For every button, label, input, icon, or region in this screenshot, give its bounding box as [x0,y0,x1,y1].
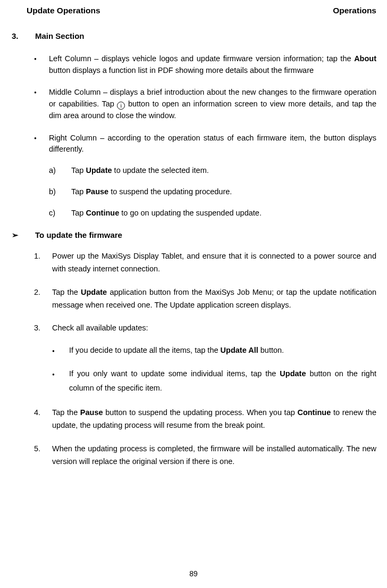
update-bold: Update [86,166,112,175]
text: Tap the [52,408,80,417]
sub-bullet-update-all: If you decide to update all the items, t… [52,343,376,358]
section-number: 3. [12,30,35,43]
text: Tap the [52,288,81,296]
text: If you only want to update some individu… [69,369,280,378]
steps-list: 1. Power up the MaxiSys Display Tablet, … [34,250,376,468]
bullet-left-column: Left Column – displays vehicle logos and… [34,53,376,77]
text: to go on updating the suspended update. [119,209,262,217]
step-3: 3. Check all available updates: If you d… [34,322,376,396]
text: button to suspend the updating process. … [103,408,298,417]
update-all-bold: Update All [221,346,258,354]
text: to update the selected item. [112,166,209,175]
pause-bold: Pause [80,408,103,417]
text: button. [258,346,284,354]
page-number: 89 [0,568,387,579]
header-left: Update Operations [27,4,100,16]
text: When the updating process is completed, … [52,444,376,466]
text: Left Column – displays vehicle logos and… [49,54,354,63]
text: to suspend the updating procedure. [108,187,232,196]
label: c) [49,208,55,219]
step-number: 1. [34,250,40,263]
text: Power up the MaxiSys Display Tablet, and… [52,252,376,273]
bullet-middle-column: Middle Column – displays a brief introdu… [34,87,376,121]
sub-item-a: a) Tap Update to update the selected ite… [49,165,376,177]
bullet-right-column: Right Column – according to the operatio… [34,132,376,219]
info-icon: i [117,102,125,110]
text: Tap [71,209,86,217]
text: Tap [71,187,86,196]
section-heading: 3. Main Section [12,30,376,43]
text: Right Column – according to the operatio… [49,134,376,154]
pause-bold: Pause [86,187,108,196]
sub-item-c: c) Tap Continue to go on updating the su… [49,208,376,219]
step-number: 5. [34,443,40,456]
sub-bullet-update-individual: If you only want to update some individu… [52,367,376,396]
label: a) [49,165,56,177]
update-bold: Update [280,369,306,378]
step-4: 4. Tap the Pause button to suspend the u… [34,407,376,432]
text: Check all available updates: [52,324,148,332]
continue-bold: Continue [86,209,119,217]
text: button displays a function list in PDF s… [49,66,314,74]
continue-bold: Continue [297,408,331,417]
step-1: 1. Power up the MaxiSys Display Tablet, … [34,250,376,276]
about-bold: About [354,54,376,63]
step-number: 2. [34,286,40,299]
section-title: Main Section [35,30,85,43]
text: Tap [71,166,86,175]
header-right: Operations [333,4,376,16]
step-2: 2. Tap the Update application button fro… [34,286,376,312]
step-5: 5. When the updating process is complete… [34,443,376,468]
label: b) [49,186,56,198]
step-number: 4. [34,407,40,419]
step-number: 3. [34,322,40,335]
step-3-sublist: If you decide to update all the items, t… [52,343,376,396]
procedure-title: To update the firmware [35,229,122,242]
arrow-icon: ➢ [12,229,35,242]
page-header: Update Operations Operations [27,4,376,16]
sub-ordered-list: a) Tap Update to update the selected ite… [49,165,376,219]
update-bold: Update [81,288,107,296]
text: If you decide to update all the items, t… [69,346,221,354]
procedure-heading: ➢ To update the firmware [12,229,376,242]
main-bullet-list: Left Column – displays vehicle logos and… [34,53,376,219]
sub-item-b: b) Tap Pause to suspend the updating pro… [49,186,376,198]
